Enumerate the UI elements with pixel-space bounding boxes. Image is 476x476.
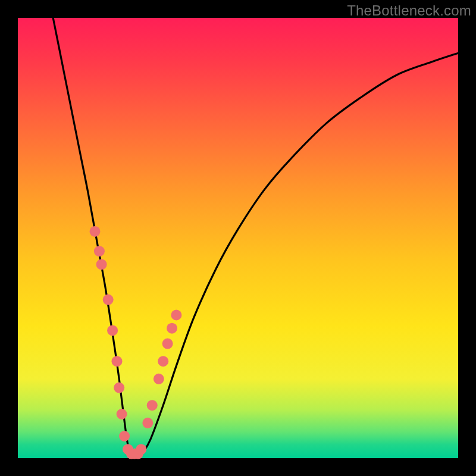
marker-dot: [112, 356, 123, 367]
curve-svg: [18, 18, 458, 458]
marker-dot: [117, 409, 127, 419]
marker-dot: [162, 339, 173, 349]
marker-dot: [94, 246, 105, 256]
marker-dot: [107, 325, 118, 336]
plot-area: [18, 18, 458, 458]
highlight-dots: [90, 226, 182, 459]
chart-frame: TheBottleneck.com: [0, 0, 476, 476]
marker-dot: [147, 400, 158, 411]
marker-dot: [96, 259, 107, 270]
marker-dot: [154, 374, 164, 384]
marker-dot: [136, 444, 146, 455]
marker-dot: [171, 310, 181, 321]
marker-dot: [119, 431, 130, 441]
bottleneck-curve: [53, 18, 458, 455]
watermark-text: TheBottleneck.com: [347, 2, 471, 19]
marker-dot: [167, 323, 177, 334]
marker-dot: [158, 356, 168, 367]
marker-dot: [114, 383, 124, 393]
marker-dot: [90, 226, 101, 237]
marker-dot: [103, 295, 114, 305]
marker-dot: [142, 418, 153, 428]
